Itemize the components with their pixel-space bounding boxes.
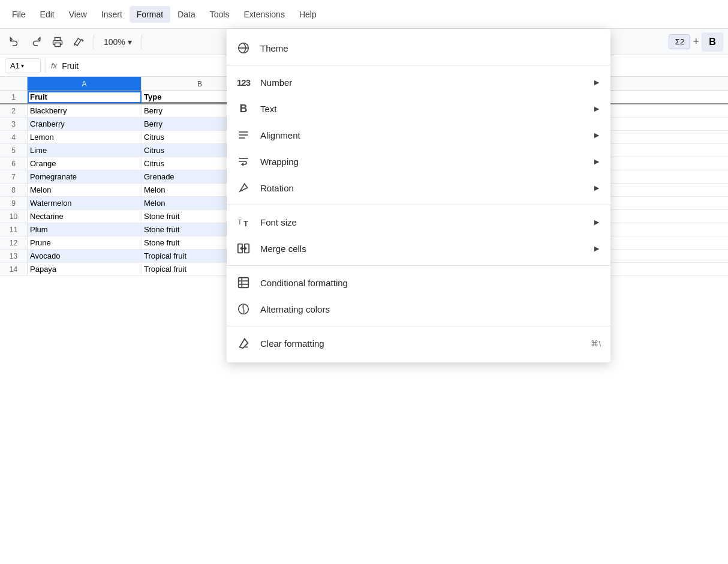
text-label: Text — [260, 104, 583, 114]
row-number: 13 — [0, 250, 28, 262]
number-arrow: ► — [592, 77, 601, 87]
row-number: 8 — [0, 184, 28, 196]
dropdown-merge-cells[interactable]: Merge cells ► — [227, 235, 610, 262]
cell[interactable]: Plum — [28, 223, 142, 236]
menu-file[interactable]: File — [5, 6, 33, 23]
rotation-label: Rotation — [260, 183, 583, 193]
rotation-icon — [236, 181, 251, 195]
menu-insert[interactable]: Insert — [94, 6, 130, 23]
cell[interactable]: Nectarine — [28, 210, 142, 223]
rotation-arrow: ► — [592, 183, 601, 193]
row-number: 6 — [0, 157, 28, 170]
svg-rect-12 — [239, 278, 249, 288]
font-size-label: Font size — [260, 217, 583, 227]
row-num-header — [0, 77, 28, 91]
menu-tools[interactable]: Tools — [203, 6, 237, 23]
cell[interactable]: Blackberry — [28, 104, 142, 117]
wrapping-label: Wrapping — [260, 157, 583, 167]
menu-section-theme: Theme — [227, 34, 610, 62]
cell[interactable]: Lemon — [28, 131, 142, 143]
menu-section-cond: Conditional formatting Alternating color… — [227, 265, 610, 323]
dropdown-text[interactable]: B Text ► — [227, 95, 610, 122]
cell[interactable]: Avocado — [28, 250, 142, 262]
alignment-arrow: ► — [592, 130, 601, 140]
text-arrow: ► — [592, 104, 601, 113]
svg-text:T: T — [243, 219, 248, 228]
dropdown-font-size[interactable]: T T Font size ► — [227, 209, 610, 235]
cell-ref-arrow: ▾ — [21, 62, 24, 69]
cell[interactable]: Prune — [28, 236, 142, 249]
col-header-a[interactable]: A — [28, 77, 142, 91]
cell[interactable]: Watermelon — [28, 197, 142, 209]
font-size-arrow: ► — [592, 217, 601, 227]
menu-view[interactable]: View — [62, 6, 94, 23]
merge-cells-arrow: ► — [592, 244, 601, 253]
wrapping-arrow: ► — [592, 157, 601, 166]
clear-formatting-shortcut: ⌘\ — [591, 339, 601, 348]
format-dropdown-menu: Theme 123 Number ► B Text ► — [227, 29, 610, 362]
row-number: 10 — [0, 210, 28, 223]
cell[interactable]: Pomegranate — [28, 170, 142, 183]
print-button[interactable] — [48, 32, 67, 52]
row-number: 3 — [0, 118, 28, 130]
menu-help[interactable]: Help — [292, 6, 324, 23]
cell[interactable]: Melon — [28, 184, 142, 196]
row-number: 4 — [0, 131, 28, 143]
zoom-value: 100% — [104, 37, 125, 47]
row-number: 9 — [0, 197, 28, 209]
dropdown-rotation[interactable]: Rotation ► — [227, 175, 610, 201]
alternating-colors-icon — [236, 302, 251, 316]
alternating-colors-label: Alternating colors — [260, 304, 601, 314]
cell[interactable]: Orange — [28, 157, 142, 170]
font-size-icon: T T — [236, 215, 251, 229]
row-number: 5 — [0, 144, 28, 157]
dropdown-theme[interactable]: Theme — [227, 35, 610, 61]
undo-button[interactable] — [5, 32, 24, 52]
alignment-label: Alignment — [260, 130, 583, 140]
merge-cells-icon — [236, 241, 251, 256]
menu-extensions[interactable]: Extensions — [236, 6, 291, 23]
dropdown-wrapping[interactable]: Wrapping ► — [227, 148, 610, 175]
zoom-control[interactable]: 100% ▾ — [99, 35, 137, 49]
cell[interactable]: Lime — [28, 144, 142, 157]
cell[interactable]: Cranberry — [28, 118, 142, 130]
formula-divider — [46, 59, 46, 73]
dropdown-conditional-formatting[interactable]: Conditional formatting — [227, 269, 610, 296]
menu-section-size-merge: T T Font size ► Merge cel — [227, 205, 610, 263]
cell[interactable]: Fruit — [28, 91, 142, 103]
cell[interactable]: Papaya — [28, 263, 142, 275]
dropdown-alternating-colors[interactable]: Alternating colors — [227, 296, 610, 322]
row-number: 7 — [0, 170, 28, 183]
dropdown-clear-formatting[interactable]: Clear formatting ⌘\ — [227, 330, 610, 356]
theme-icon — [236, 41, 251, 55]
cell-reference[interactable]: A1 ▾ — [5, 58, 41, 73]
paint-format-button[interactable] — [70, 32, 89, 52]
alignment-icon — [236, 128, 251, 142]
svg-marker-6 — [240, 184, 248, 191]
number-label: Number — [260, 77, 583, 88]
dropdown-number[interactable]: 123 Number ► — [227, 69, 610, 95]
menu-edit[interactable]: Edit — [33, 6, 62, 23]
redo-button[interactable] — [26, 32, 46, 52]
theme-label: Theme — [260, 43, 601, 53]
dropdown-alignment[interactable]: Alignment ► — [227, 122, 610, 148]
fx-label: fx — [51, 61, 57, 70]
conditional-formatting-label: Conditional formatting — [260, 278, 601, 288]
menu-section-clear: Clear formatting ⌘\ — [227, 326, 610, 358]
bold-button[interactable]: B — [702, 32, 723, 52]
row-number: 12 — [0, 236, 28, 249]
row-number: 14 — [0, 263, 28, 275]
menu-format[interactable]: Format — [130, 6, 170, 23]
sum-box[interactable]: Σ2 — [669, 34, 690, 49]
clear-formatting-icon — [236, 336, 251, 350]
conditional-formatting-icon — [236, 275, 251, 290]
toolbar-divider-1 — [94, 35, 94, 49]
cell-ref-value: A1 — [10, 61, 20, 70]
text-icon: B — [236, 101, 251, 116]
clear-formatting-label: Clear formatting — [260, 338, 581, 349]
svg-text:T: T — [238, 219, 242, 226]
toolbar-divider-2 — [142, 35, 142, 49]
svg-rect-0 — [55, 43, 61, 46]
menu-data[interactable]: Data — [170, 6, 203, 23]
menu-bar: File Edit View Insert Format Data Tools … — [0, 0, 728, 29]
